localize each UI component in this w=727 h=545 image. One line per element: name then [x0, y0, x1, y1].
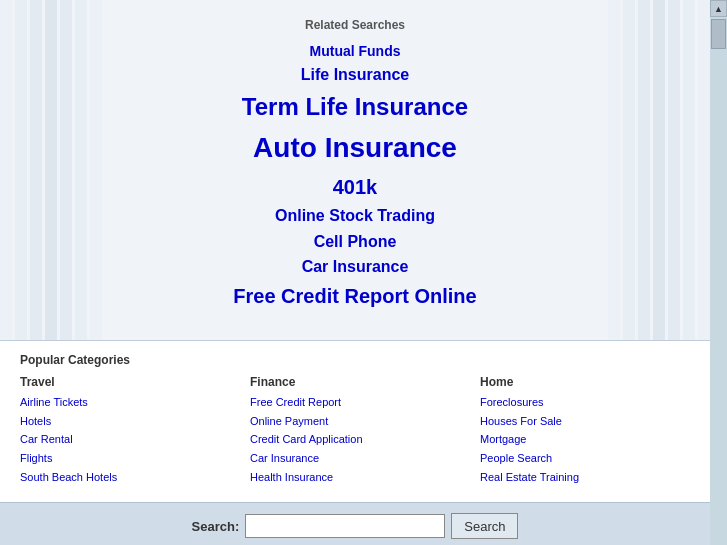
link-foreclosures[interactable]: Foreclosures [480, 393, 690, 412]
search-button[interactable]: Search [451, 513, 518, 539]
search-link-cell-phone[interactable]: Cell Phone [20, 229, 690, 255]
link-online-payment[interactable]: Online Payment [250, 412, 460, 431]
link-people-search[interactable]: People Search [480, 449, 690, 468]
link-credit-card-application[interactable]: Credit Card Application [250, 430, 460, 449]
link-real-estate-training[interactable]: Real Estate Training [480, 468, 690, 487]
page-wrapper: Related Searches Mutual Funds Life Insur… [0, 0, 727, 545]
search-link-auto-insurance[interactable]: Auto Insurance [20, 126, 690, 171]
link-flights[interactable]: Flights [20, 449, 230, 468]
search-label: Search: [192, 519, 240, 534]
search-link-term-life-insurance[interactable]: Term Life Insurance [20, 88, 690, 126]
link-hotels[interactable]: Hotels [20, 412, 230, 431]
link-car-insurance-finance[interactable]: Car Insurance [250, 449, 460, 468]
categories-grid: Travel Airline Tickets Hotels Car Rental… [20, 375, 690, 486]
scroll-thumb[interactable] [711, 19, 726, 49]
search-link-car-insurance[interactable]: Car Insurance [20, 254, 690, 280]
link-houses-for-sale[interactable]: Houses For Sale [480, 412, 690, 431]
scroll-up-arrow[interactable]: ▲ [710, 0, 727, 17]
category-home-heading: Home [480, 375, 690, 389]
link-south-beach-hotels[interactable]: South Beach Hotels [20, 468, 230, 487]
search-link-401k[interactable]: 401k [20, 171, 690, 203]
category-finance: Finance Free Credit Report Online Paymen… [250, 375, 460, 486]
popular-categories-title: Popular Categories [20, 353, 690, 367]
main-content: Related Searches Mutual Funds Life Insur… [0, 0, 710, 545]
category-home: Home Foreclosures Houses For Sale Mortga… [480, 375, 690, 486]
category-travel: Travel Airline Tickets Hotels Car Rental… [20, 375, 230, 486]
search-link-free-credit-report[interactable]: Free Credit Report Online [20, 280, 690, 312]
categories-section: Popular Categories Travel Airline Ticket… [0, 340, 710, 502]
top-section: Related Searches Mutual Funds Life Insur… [0, 0, 710, 340]
link-mortgage[interactable]: Mortgage [480, 430, 690, 449]
link-free-credit-report[interactable]: Free Credit Report [250, 393, 460, 412]
category-finance-heading: Finance [250, 375, 460, 389]
link-airline-tickets[interactable]: Airline Tickets [20, 393, 230, 412]
search-bar-section: Search: Search [0, 502, 710, 545]
search-link-online-stock-trading[interactable]: Online Stock Trading [20, 203, 690, 229]
search-link-mutual-funds[interactable]: Mutual Funds [20, 40, 690, 62]
related-searches-title: Related Searches [20, 18, 690, 32]
search-input[interactable] [245, 514, 445, 538]
category-travel-heading: Travel [20, 375, 230, 389]
search-link-life-insurance[interactable]: Life Insurance [20, 62, 690, 88]
link-car-rental[interactable]: Car Rental [20, 430, 230, 449]
scrollbar[interactable]: ▲ ▼ [710, 0, 727, 545]
link-health-insurance[interactable]: Health Insurance [250, 468, 460, 487]
related-searches: Related Searches Mutual Funds Life Insur… [0, 10, 710, 320]
